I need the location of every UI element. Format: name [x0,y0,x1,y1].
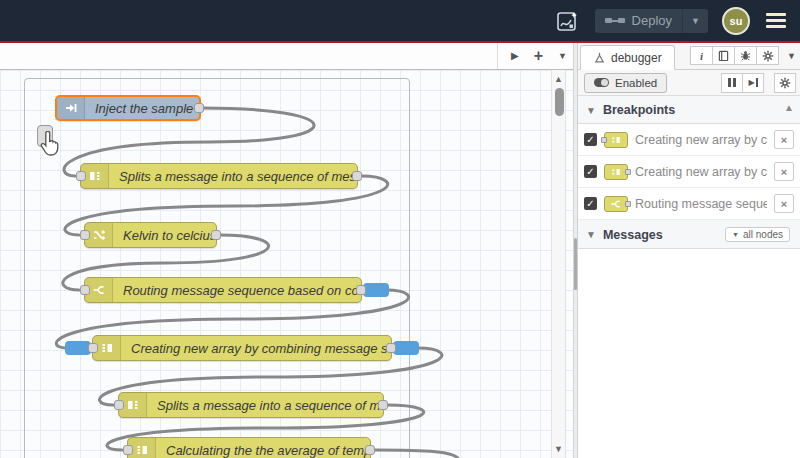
breakpoint-label: Routing message sequence based on condit… [635,197,767,211]
flow-assistant-icon[interactable] [553,7,581,35]
breakpoint-label: Creating new array by combining message … [635,133,767,147]
output-breakpoint-badge[interactable] [393,341,419,355]
node-label: Kelvin to celcius [113,228,216,243]
inject-icon [57,97,85,119]
node-red-app: Deploy ▼ su ▶ + ▼ [0,0,800,458]
input-port[interactable] [123,445,133,455]
breakpoint-label: Creating new array by combining message … [635,165,767,179]
pause-button[interactable] [721,73,743,93]
output-port[interactable] [352,171,362,181]
flow-canvas[interactable]: Inject the sample data Splits a mes [0,70,573,458]
breakpoint-checkbox[interactable]: ✓ [584,165,597,178]
node-label: Calculating the the average of temperatu… [156,443,370,458]
flow-node-switch[interactable]: Routing message sequence based on condit… [84,277,362,303]
input-port[interactable] [80,285,90,295]
add-flow-button[interactable]: + [534,48,543,64]
flow-node-join[interactable]: Creating new array by combining message … [92,335,392,361]
output-port[interactable] [365,445,375,455]
sidebar: debugger i [578,43,800,458]
output-port[interactable] [356,285,366,295]
step-icon: ▶ [748,78,757,87]
output-port-marker [625,201,631,207]
output-port-marker [625,169,631,175]
messages-section-header[interactable]: ▼ Messages ▼ all nodes [578,220,800,249]
flow-node-join-2[interactable]: Calculating the the average of temperatu… [127,437,371,458]
separator-grip[interactable] [574,238,577,290]
breakpoint-checkbox[interactable]: ✓ [584,133,597,146]
breakpoints-title: Breakpoints [603,103,675,117]
node-label: Routing message sequence based on condit… [113,283,361,298]
output-port[interactable] [194,103,204,113]
message-filter-button[interactable]: ▼ all nodes [725,227,790,242]
step-button[interactable]: ▶ [742,73,764,93]
scroll-down-icon[interactable]: ▼ [552,444,565,454]
scroll-tabs-right-icon[interactable]: ▶ [511,51,519,61]
breakpoint-checkbox[interactable]: ✓ [584,197,597,210]
funnel-icon: ▼ [732,231,739,238]
debugger-enabled-toggle[interactable]: Enabled [584,73,667,93]
flow-node-inject[interactable]: Inject the sample data [55,95,201,121]
flow-tab-bar: ▶ + ▼ [0,43,573,70]
debugger-tab-icon [593,51,606,64]
node-label: Creating new array by combining message … [121,341,391,356]
output-port[interactable] [386,343,396,353]
wire[interactable] [374,450,458,458]
info-tab-icon[interactable]: i [690,46,713,65]
flow-node-change[interactable]: Kelvin to celcius [84,222,217,248]
chevron-down-icon: ▼ [586,229,596,240]
input-port[interactable] [80,230,90,240]
sidebar-tab-bar: debugger i [578,43,800,70]
deploy-label: Deploy [632,13,672,28]
remove-breakpoint-button[interactable]: × [774,130,794,149]
output-port[interactable] [211,230,221,240]
help-book-icon[interactable] [712,46,735,65]
node-label: Splits a message into a sequence of mess… [109,169,357,184]
sidebar-tabs-caret[interactable]: ▼ [787,51,796,61]
debug-bug-icon[interactable] [734,46,757,65]
messages-empty-area [578,249,800,458]
switch-node-mini-icon [604,196,628,212]
tab-label: debugger [611,51,662,65]
node-label: Splits a message into a sequence of mess… [147,398,383,413]
output-port[interactable] [378,400,388,410]
enabled-label: Enabled [615,77,657,89]
debugger-toolbar: Enabled ▶ [578,70,800,96]
config-gear-icon[interactable] [756,46,779,65]
main-menu-button[interactable] [764,9,788,32]
scrollbar-thumb[interactable] [555,88,564,116]
output-breakpoint-badge[interactable] [363,283,389,297]
breakpoint-row[interactable]: ✓ Creating new array by combining messag… [578,156,800,188]
deploy-button-main: Deploy [595,9,682,33]
input-port[interactable] [88,343,98,353]
join-node-mini-icon [604,164,628,180]
flow-node-split-2[interactable]: Splits a message into a sequence of mess… [118,392,384,418]
inject-trigger-button[interactable] [37,125,53,147]
sidebar-scroll-up-icon[interactable]: ▲ [784,102,794,113]
filter-label: all nodes [743,229,783,240]
breakpoint-row[interactable]: ✓ Routing message sequence based on cond… [578,188,800,220]
deploy-options-caret[interactable]: ▼ [682,9,708,33]
input-port-marker [601,137,607,143]
remove-breakpoint-button[interactable]: × [774,162,794,181]
canvas-scrollbar[interactable]: ▲ ▼ [551,70,566,458]
flow-list-caret[interactable]: ▼ [558,52,567,61]
toggle-icon [594,78,609,87]
messages-title: Messages [603,228,663,242]
gear-icon [779,77,791,89]
breakpoints-section-header[interactable]: ▼ Breakpoints ▲ [578,96,800,124]
tab-debugger[interactable]: debugger [580,45,675,70]
deploy-button[interactable]: Deploy ▼ [595,9,708,33]
node-label: Inject the sample data [85,101,199,116]
workspace: ▶ + ▼ [0,43,573,458]
chevron-down-icon: ▼ [586,105,596,116]
breakpoint-row[interactable]: ✓ Creating new array by combining messag… [578,124,800,156]
input-port[interactable] [76,171,86,181]
flow-node-split[interactable]: Splits a message into a sequence of mess… [80,163,358,189]
debugger-settings-button[interactable] [774,73,796,93]
remove-breakpoint-button[interactable]: × [774,194,794,213]
user-avatar[interactable]: su [722,7,750,35]
header: Deploy ▼ su [0,0,800,41]
input-port[interactable] [114,400,124,410]
scroll-up-icon[interactable]: ▲ [552,74,565,84]
pause-icon [728,78,736,87]
